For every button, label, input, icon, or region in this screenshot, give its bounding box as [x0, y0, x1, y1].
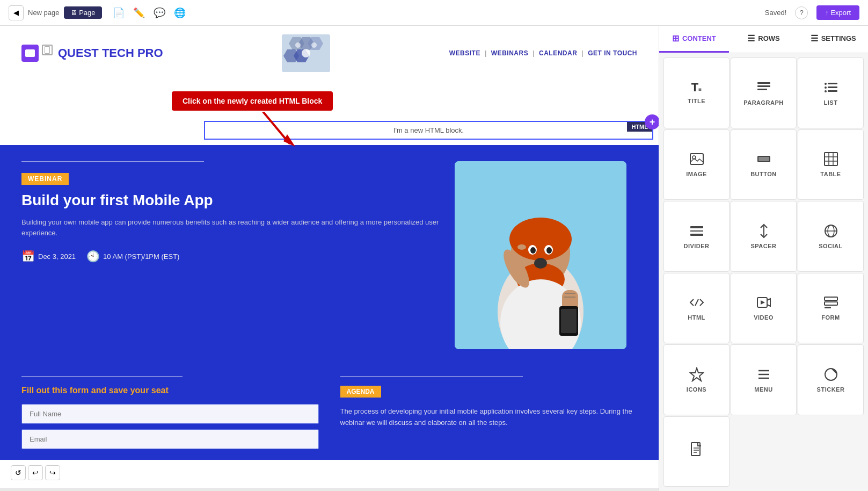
block-html[interactable]: HTML [663, 273, 730, 344]
page-type-button[interactable]: 🖥 Page [64, 6, 102, 19]
svg-marker-10 [283, 134, 295, 147]
social-block-icon [823, 223, 838, 239]
svg-rect-24 [561, 309, 577, 333]
preview-header: QUEST TECH PRO [0, 26, 659, 81]
list-block-icon [823, 80, 838, 95]
undo-button[interactable]: ↩ [28, 465, 43, 480]
monitor-icon[interactable] [21, 45, 39, 62]
logo-area: QUEST TECH PRO [21, 45, 163, 62]
edit-icon[interactable]: ✏️ [133, 7, 145, 19]
block-list[interactable]: LIST [798, 57, 864, 128]
block-social[interactable]: SOCIAL [798, 201, 864, 272]
mobile-icon-inner [45, 46, 50, 54]
canvas-area[interactable]: QUEST TECH PRO [0, 26, 659, 491]
svg-rect-65 [691, 443, 700, 456]
nav-website[interactable]: WEBSITE [449, 49, 480, 57]
email-input[interactable] [21, 429, 319, 449]
hexagons-svg [282, 34, 330, 72]
sticker-block-icon [823, 367, 838, 382]
history-button[interactable]: ↺ [11, 465, 26, 480]
clock-icon: 🕙 [86, 250, 100, 263]
title-block-label: TITLE [688, 98, 705, 104]
tooltip-bubble: Click on the newly created HTML Block [172, 91, 333, 111]
social-block-label: SOCIAL [819, 243, 843, 249]
content-tab-icon: ⊞ [672, 33, 679, 44]
svg-point-6 [302, 49, 310, 57]
block-table[interactable]: TABLE [798, 129, 864, 200]
back-button[interactable]: ◀ [9, 5, 24, 20]
spacer-block-label: SPACER [750, 243, 776, 249]
rows-tab-label: ROWS [758, 34, 779, 42]
svg-line-54 [695, 299, 698, 306]
block-form[interactable]: FORM [798, 273, 864, 344]
block-page[interactable] [663, 416, 730, 487]
html-block-label: HTML [688, 314, 705, 321]
block-image[interactable]: IMAGE [663, 129, 730, 200]
content-tab-label: CONTENT [682, 34, 716, 42]
nav-calendar[interactable]: CALENDAR [539, 49, 577, 57]
svg-rect-58 [825, 302, 837, 305]
block-spacer[interactable]: SPACER [731, 201, 797, 272]
globe-icon[interactable]: 🌐 [174, 7, 186, 19]
block-button[interactable]: BUTTON [731, 129, 797, 200]
tooltip-text: Click on the newly created HTML Block [183, 97, 322, 105]
svg-rect-59 [825, 307, 831, 308]
html-block-text: I'm a new HTML block. [393, 126, 464, 134]
webinar-title: Build your first Mobile App [21, 191, 444, 210]
toolbar-icons: 📄 ✏️ 💬 🌐 [113, 7, 186, 19]
image-block-label: IMAGE [686, 171, 707, 177]
help-button[interactable]: ? [795, 6, 808, 19]
block-sticker[interactable]: STICKER [798, 344, 864, 415]
paragraph-block-icon [756, 80, 771, 95]
menu-block-icon [756, 367, 771, 382]
block-icons[interactable]: ICONS [663, 344, 730, 415]
svg-point-28 [517, 244, 526, 250]
svg-point-8 [311, 42, 317, 48]
icons-block-label: ICONS [687, 386, 706, 393]
webinar-divider [21, 161, 204, 162]
mobile-icon[interactable] [42, 45, 53, 55]
button-block-label: BUTTON [750, 171, 777, 177]
export-button[interactable]: ↑ Export [816, 5, 859, 20]
agenda-divider [340, 376, 523, 377]
toolbar-right: Saved! ? ↑ Export [765, 5, 859, 20]
webinar-right [455, 161, 637, 349]
redo-button[interactable]: ↪ [45, 465, 60, 480]
logo-hexagons-image [282, 34, 330, 72]
video-block-icon [756, 295, 771, 310]
page-name-label: New page [28, 9, 60, 17]
block-menu[interactable]: MENU [731, 344, 797, 415]
device-icons [21, 45, 53, 62]
document-icon[interactable]: 📄 [113, 7, 125, 19]
svg-rect-33 [828, 83, 837, 84]
main-layout: QUEST TECH PRO [0, 26, 868, 491]
menu-block-label: MENU [754, 386, 772, 393]
chat-icon[interactable]: 💬 [154, 7, 165, 19]
svg-rect-49 [690, 234, 703, 236]
block-video[interactable]: VIDEO [731, 273, 797, 344]
add-block-button[interactable]: + [645, 114, 659, 129]
block-paragraph[interactable]: PARAGRAPH [731, 57, 797, 128]
svg-rect-42 [825, 153, 837, 165]
agenda-text: The process of developing your initial m… [340, 406, 638, 429]
tab-rows[interactable]: ☰ ROWS [729, 26, 799, 53]
brand-logo: QUEST TECH PRO [58, 46, 163, 60]
svg-point-19 [546, 247, 552, 254]
undo-redo-toolbar: ↺ ↩ ↪ [11, 465, 60, 480]
svg-point-18 [530, 247, 536, 254]
nav-webinars[interactable]: WEBINARS [491, 49, 528, 57]
right-panel-tabs: ⊞ CONTENT ☰ ROWS ☰ SETTINGS [659, 26, 868, 53]
image-block-icon [689, 151, 704, 167]
form-title: Fill out this form and save your seat [21, 386, 319, 395]
svg-point-14 [509, 218, 572, 261]
block-divider[interactable]: DIVIDER [663, 201, 730, 272]
tab-settings[interactable]: ☰ SETTINGS [798, 26, 868, 53]
block-title[interactable]: T≡ TITLE [663, 57, 730, 128]
table-block-label: TABLE [820, 171, 841, 177]
tab-content[interactable]: ⊞ CONTENT [659, 26, 729, 53]
nav-get-in-touch[interactable]: GET IN TOUCH [588, 49, 637, 57]
button-block-icon [756, 151, 771, 167]
full-name-input[interactable] [21, 404, 319, 424]
form-section: Fill out this form and save your seat [21, 376, 319, 454]
sticker-block-label: STICKER [817, 386, 845, 393]
